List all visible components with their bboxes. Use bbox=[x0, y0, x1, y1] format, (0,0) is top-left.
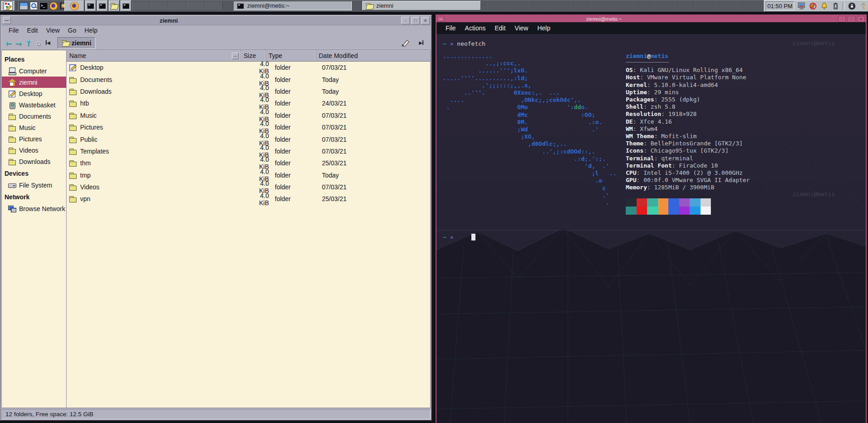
palette-swatch bbox=[658, 198, 669, 207]
file-row-tmp[interactable]: tmp4.0 KiBfolderToday bbox=[67, 169, 430, 181]
sidebar-item-browse-network[interactable]: Browse Network bbox=[2, 203, 66, 214]
neofetch-entry-host: Host: VMware Virtual Platform None bbox=[626, 74, 750, 81]
folder-icon bbox=[69, 136, 77, 143]
terminal-current-prompt[interactable]: ~ » bbox=[443, 234, 475, 241]
up-button[interactable]: ↑ bbox=[23, 38, 33, 48]
terminal-close-button[interactable]: × bbox=[857, 16, 865, 22]
back-button[interactable]: ← bbox=[3, 38, 13, 48]
zsh-rprompt-user-host: ziemni@metis bbox=[792, 191, 835, 198]
column-header-date-modified[interactable]: Date Modified bbox=[316, 50, 430, 61]
fm-titlebar[interactable]: — ziemni ▫ □ × bbox=[1, 16, 431, 25]
terminal-window-menu-button[interactable]: — bbox=[437, 16, 444, 22]
file-row-music[interactable]: Music4.0 KiBfolder07/03/21 bbox=[67, 110, 430, 121]
terminal-menu-file[interactable]: File bbox=[442, 24, 460, 33]
taskbar-window-ziemni-metis[interactable]: ziemni@metis:~ bbox=[233, 1, 352, 10]
terminal-faint-separator bbox=[436, 230, 866, 231]
quick-launcher-folder-open[interactable] bbox=[109, 0, 120, 11]
display-launcher-icon[interactable] bbox=[19, 2, 28, 10]
file-row-thm[interactable]: thm4.0 KiBfolder25/03/21 bbox=[67, 157, 430, 169]
fm-menu-view[interactable]: View bbox=[43, 26, 63, 35]
folder-icon bbox=[69, 159, 77, 167]
workspace-5[interactable] bbox=[205, 1, 223, 10]
firefox-launcher-icon[interactable] bbox=[50, 2, 58, 10]
column-header-name[interactable]: Name — bbox=[67, 50, 241, 61]
sidebar-item-music[interactable]: Music bbox=[2, 122, 66, 133]
neofetch-underline bbox=[626, 62, 669, 62]
workspace-2[interactable] bbox=[150, 1, 168, 10]
neofetch-info-block: ziemni@metis OS: Kali GNU/Linux Rolling … bbox=[626, 53, 750, 192]
applications-menu-button[interactable] bbox=[1, 1, 15, 11]
column-header-size[interactable]: Size bbox=[241, 50, 266, 61]
pathbar-button[interactable]: ziemni bbox=[58, 37, 96, 49]
workspace-1[interactable] bbox=[132, 1, 150, 10]
fm-close-button[interactable]: × bbox=[421, 17, 430, 24]
file-row-public[interactable]: Public4.0 KiBfolder07/03/21 bbox=[67, 133, 430, 145]
workspace-4[interactable] bbox=[187, 1, 205, 10]
file-row-pictures[interactable]: Pictures4.0 KiBfolder07/03/21 bbox=[67, 121, 430, 133]
tray-lock-icon[interactable] bbox=[847, 1, 857, 10]
taskbar: ziemni@metis:~ziemni 01:50 PM bbox=[0, 0, 868, 12]
file-row-templates[interactable]: Templates4.0 KiBfolder07/03/21 bbox=[67, 145, 430, 157]
fm-minimize-button[interactable]: ▫ bbox=[401, 17, 410, 24]
column-header-type[interactable]: Type bbox=[266, 50, 316, 61]
sidebar-item-file-system[interactable]: File System bbox=[2, 179, 66, 191]
workspace-switcher[interactable] bbox=[132, 1, 223, 10]
quick-launcher-terminal-win[interactable] bbox=[85, 0, 96, 11]
file-row-htb[interactable]: htb4.0 KiBfolder24/03/21 bbox=[67, 97, 430, 109]
terminal-maximize-button[interactable]: □ bbox=[848, 16, 855, 22]
search-launcher-icon[interactable] bbox=[30, 2, 38, 10]
terminal-launcher-icon[interactable] bbox=[39, 2, 48, 10]
fm-maximize-button[interactable]: □ bbox=[411, 17, 420, 24]
fm-menu-edit[interactable]: Edit bbox=[24, 26, 42, 35]
tray-keyring-icon[interactable] bbox=[858, 1, 868, 10]
neofetch-entry-resolution: Resolution: 1918×928 bbox=[626, 111, 750, 118]
fm-menu-file[interactable]: File bbox=[5, 26, 23, 35]
edit-path-pencil-icon[interactable] bbox=[402, 39, 410, 47]
sidebar-item-downloads[interactable]: Downloads bbox=[2, 156, 66, 167]
sidebar-item-computer[interactable]: Computer bbox=[2, 65, 66, 77]
fm-window-menu-button[interactable]: — bbox=[3, 17, 11, 24]
quick-launcher-terminal-win[interactable] bbox=[97, 0, 108, 11]
sidebar-item-pictures[interactable]: Pictures bbox=[2, 133, 66, 144]
terminal-menu-help[interactable]: Help bbox=[534, 24, 554, 33]
terminal-minimize-button[interactable]: ▫ bbox=[838, 16, 846, 22]
open-parent-button[interactable]: ◀ bbox=[43, 38, 53, 48]
sidebar-item-videos[interactable]: Videos bbox=[2, 144, 66, 156]
home-button[interactable]: ⌂ bbox=[33, 38, 43, 48]
forward-button[interactable]: → bbox=[13, 38, 23, 48]
file-row-videos[interactable]: Videos4.0 KiBfolder07/03/21 bbox=[67, 181, 430, 193]
file-row-vpn[interactable]: vpn4.0 KiBfolder25/03/21 bbox=[67, 193, 430, 205]
quick-launcher-firefox[interactable] bbox=[64, 0, 84, 11]
terminal-titlebar[interactable]: — ziemni@metis:~ ▫ □ × bbox=[436, 15, 866, 22]
folder-icon bbox=[69, 76, 77, 83]
terminal-menu-actions[interactable]: Actions bbox=[461, 24, 489, 33]
terminal-menu-edit[interactable]: Edit bbox=[491, 24, 509, 33]
go-to-location-button[interactable]: ▶ bbox=[416, 38, 426, 48]
terminal-menu-view[interactable]: View bbox=[511, 24, 532, 33]
file-row-downloads[interactable]: Downloads4.0 KiBfolderToday bbox=[67, 86, 430, 97]
taskbar-window-ziemni[interactable]: ziemni bbox=[362, 1, 481, 10]
fm-statusbar: 12 folders, Free space: 12.5 GiB bbox=[1, 409, 431, 419]
clock: 01:50 PM bbox=[766, 1, 794, 10]
sidebar-item-wastebasket[interactable]: Wastebasket bbox=[2, 99, 66, 111]
workspace-3[interactable] bbox=[168, 1, 187, 10]
tray-volume-muted-icon[interactable] bbox=[808, 1, 818, 10]
fm-menu-help[interactable]: Help bbox=[81, 26, 101, 35]
terminal-menubar: FileActionsEditViewHelp bbox=[436, 22, 866, 34]
sidebar-item-documents[interactable]: Documents bbox=[2, 111, 66, 122]
quick-launcher-terminal-win[interactable] bbox=[120, 0, 131, 11]
palette-swatch bbox=[626, 198, 637, 207]
file-row-documents[interactable]: Documents4.0 KiBfolderToday bbox=[67, 73, 430, 85]
tray-notifications-icon[interactable] bbox=[819, 1, 829, 10]
sidebar-item-ziemni[interactable]: ziemni bbox=[2, 77, 66, 88]
column-options-icon[interactable]: — bbox=[232, 53, 239, 59]
fm-menu-go[interactable]: Go bbox=[64, 26, 80, 35]
terminal-screen[interactable]: ~ » neofetch ziemni@metis ..............… bbox=[436, 34, 866, 423]
neofetch-entry-de: DE: Xfce 4.16 bbox=[626, 118, 750, 125]
tray-display-icon[interactable] bbox=[796, 1, 806, 10]
sidebar-header-places: Places bbox=[2, 53, 66, 65]
sidebar-item-desktop[interactable]: Desktop bbox=[2, 88, 66, 99]
tray-battery-icon[interactable] bbox=[830, 1, 840, 10]
file-row-desktop[interactable]: Desktop4.0 KiBfolder07/03/21 bbox=[67, 62, 430, 73]
folder-open-icon bbox=[62, 39, 70, 47]
